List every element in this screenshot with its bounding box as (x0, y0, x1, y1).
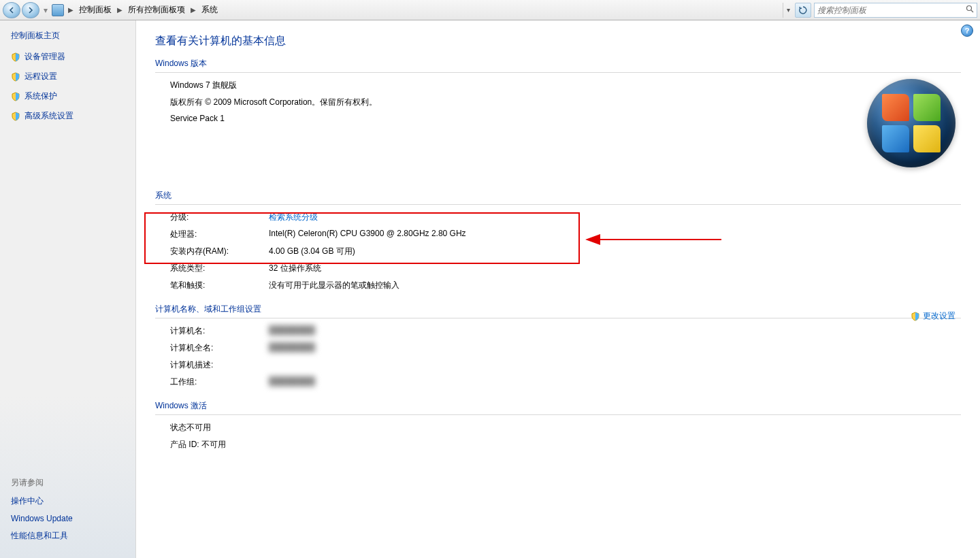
refresh-button[interactable] (795, 3, 811, 18)
sidebar-item-label: 设备管理器 (24, 51, 65, 63)
help-icon[interactable]: ? (961, 24, 973, 37)
shield-icon (11, 52, 20, 62)
ram-label: 安装内存(RAM): (170, 246, 269, 257)
fullname-label: 计算机全名: (170, 342, 269, 354)
sidebar-device-manager[interactable]: 设备管理器 (11, 51, 125, 63)
breadcrumb-system[interactable]: 系统 (199, 3, 220, 17)
change-settings-label: 更改设置 (923, 310, 956, 322)
systype-label: 系统类型: (170, 263, 269, 274)
fullname-value: ████████ (269, 342, 315, 352)
svg-line-1 (971, 10, 973, 12)
section-activation: Windows 激活 (155, 400, 961, 415)
breadcrumb-all-items[interactable]: 所有控制面板项 (125, 3, 188, 17)
search-icon[interactable] (966, 5, 974, 15)
refresh-icon (799, 6, 807, 14)
edition-name: Windows 7 旗舰版 (170, 80, 961, 91)
service-pack: Service Pack 1 (170, 114, 961, 123)
search-box[interactable] (814, 3, 977, 18)
systype-value: 32 位操作系统 (269, 263, 961, 274)
shield-icon (911, 312, 920, 321)
activation-status: 状态不可用 (170, 422, 961, 433)
change-settings-link[interactable]: 更改设置 (911, 310, 956, 322)
cpu-value: Intel(R) Celeron(R) CPU G3900 @ 2.80GHz … (269, 229, 961, 240)
shield-icon (11, 92, 20, 101)
forward-button[interactable] (22, 2, 39, 18)
breadcrumb: ▶ 控制面板 ▶ 所有控制面板项 ▶ 系统 (49, 3, 220, 17)
see-also-header: 另请参阅 (11, 477, 125, 489)
seealso-action-center[interactable]: 操作中心 (11, 495, 125, 507)
shield-icon (11, 72, 20, 82)
sidebar: 控制面板主页 设备管理器 远程设置 系统保护 高级系统设置 另请参阅 操作中心 … (0, 20, 136, 558)
page-title: 查看有关计算机的基本信息 (155, 34, 961, 48)
control-panel-icon (52, 4, 64, 16)
sidebar-system-protection[interactable]: 系统保护 (11, 91, 125, 102)
sidebar-item-label: 系统保护 (24, 91, 57, 102)
workgroup-label: 工作组: (170, 376, 269, 388)
section-computer-name: 计算机名称、域和工作组设置 (155, 303, 961, 318)
address-dropdown[interactable]: ▾ (783, 3, 794, 18)
workgroup-value: ████████ (269, 376, 315, 386)
pen-value: 没有可用于此显示器的笔或触控输入 (269, 280, 961, 291)
svg-point-0 (967, 6, 972, 11)
compname-value: ████████ (269, 325, 315, 335)
chevron-right-icon[interactable]: ▶ (67, 6, 75, 14)
breadcrumb-control-panel[interactable]: 控制面板 (76, 3, 114, 17)
sidebar-item-label: 远程设置 (24, 71, 57, 82)
ram-value: 4.00 GB (3.04 GB 可用) (269, 246, 961, 257)
address-bar: ▾ ▶ 控制面板 ▶ 所有控制面板项 ▶ 系统 ▾ (0, 0, 980, 20)
cpu-label: 处理器: (170, 229, 269, 240)
rating-label: 分级: (170, 212, 269, 223)
search-input[interactable] (817, 5, 966, 15)
back-button[interactable] (3, 2, 20, 18)
seealso-performance-info[interactable]: 性能信息和工具 (11, 530, 125, 542)
shield-icon (11, 112, 20, 121)
sidebar-home-link[interactable]: 控制面板主页 (11, 30, 125, 42)
sidebar-advanced-settings[interactable]: 高级系统设置 (11, 110, 125, 122)
section-windows-edition: Windows 版本 (155, 58, 961, 73)
sidebar-item-label: 高级系统设置 (24, 110, 74, 122)
section-system: 系统 (155, 190, 961, 205)
compname-label: 计算机名: (170, 325, 269, 337)
seealso-windows-update[interactable]: Windows Update (11, 514, 125, 523)
content-area: ? 查看有关计算机的基本信息 Windows 版本 Windows 7 旗舰版 … (136, 20, 980, 558)
activation-product-id: 产品 ID: 不可用 (170, 439, 961, 450)
copyright-text: 版权所有 © 2009 Microsoft Corporation。保留所有权利… (170, 97, 961, 108)
chevron-right-icon[interactable]: ▶ (189, 6, 197, 14)
sidebar-remote-settings[interactable]: 远程设置 (11, 71, 125, 82)
pen-label: 笔和触摸: (170, 280, 269, 291)
chevron-right-icon[interactable]: ▶ (116, 6, 124, 14)
rating-link[interactable]: 检索系统分级 (269, 212, 318, 222)
desc-value (269, 359, 961, 371)
desc-label: 计算机描述: (170, 359, 269, 371)
windows-logo-icon (867, 79, 956, 167)
